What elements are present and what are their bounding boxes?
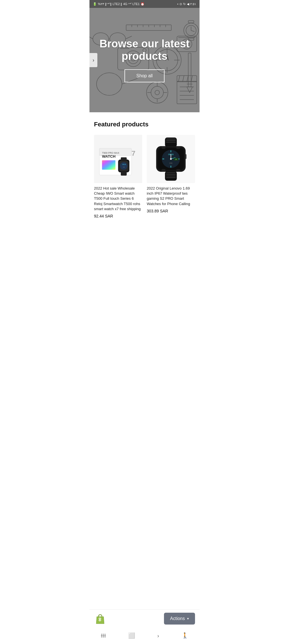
battery-icon: 🔋 — [93, 2, 97, 6]
main-content: Featured products T900 PRO MAX WATCH — [89, 112, 200, 258]
svg-rect-98 — [185, 154, 187, 159]
product-card[interactable]: 28 096 08:28 — [147, 135, 195, 218]
product-image-1: T900 PRO MAX WATCH — [94, 135, 142, 183]
product-name-2: 2022 Original Lenovo 1.69 inch IP67 Wate… — [147, 186, 195, 206]
svg-text:7: 7 — [132, 150, 135, 157]
hero-title: Browse our latest products — [95, 38, 194, 62]
shop-all-button[interactable]: Shop all — [124, 69, 165, 82]
hero-prev-arrow[interactable]: › — [89, 53, 97, 67]
hero-banner: › Browse our latest products Shop all — [89, 8, 200, 112]
svg-rect-71 — [121, 172, 127, 175]
svg-text:08:28: 08:28 — [122, 164, 126, 165]
svg-text:28: 28 — [175, 159, 177, 160]
sync-icon: ↻ — [183, 2, 186, 6]
signal-text: %٢٣ ‖ᵛᵒˡ‖ LTE2 ‖ 4G ᵛᵒˡ LTE1 ⏰ — [98, 2, 144, 6]
product-name-1: 2022 Hot sale Wholesale Cheap IWO Smart … — [94, 186, 142, 212]
svg-rect-76 — [166, 140, 176, 141]
svg-rect-96 — [166, 175, 176, 176]
svg-rect-95 — [166, 174, 176, 175]
svg-rect-70 — [121, 157, 127, 160]
svg-rect-101 — [161, 169, 165, 172]
svg-text:WATCH: WATCH — [102, 154, 116, 159]
product-price-2: 303.89 SAR — [147, 209, 195, 213]
svg-text:096: 096 — [169, 162, 172, 164]
status-bar: 🔋 %٢٣ ‖ᵛᵒˡ‖ LTE2 ‖ 4G ᵛᵒˡ LTE1 ⏰ • ⊙ ↻ ◀… — [89, 0, 200, 8]
svg-rect-75 — [166, 139, 176, 139]
wifi-icon: ⊙ — [179, 2, 182, 6]
svg-rect-94 — [166, 172, 176, 173]
svg-rect-100 — [176, 146, 180, 149]
time-display: ٢:٥١ — [190, 2, 196, 6]
product-price-1: 92.44 SAR — [94, 214, 142, 218]
dot-icon: • — [177, 2, 178, 6]
product-image-wrap: 28 096 08:28 — [147, 135, 195, 183]
svg-rect-99 — [161, 146, 165, 149]
status-left: 🔋 %٢٣ ‖ᵛᵒˡ‖ LTE2 ‖ 4G ᵛᵒˡ LTE1 ⏰ — [93, 2, 144, 6]
svg-text:096: 096 — [123, 167, 125, 168]
product-image-2: 28 096 08:28 — [147, 135, 195, 183]
svg-rect-97 — [166, 177, 176, 178]
svg-text:T900 PRO MAX: T900 PRO MAX — [102, 151, 120, 154]
send-icon: ◀ — [187, 2, 189, 6]
chevron-right-icon: › — [93, 57, 94, 63]
svg-point-88 — [170, 158, 172, 160]
svg-rect-77 — [166, 142, 176, 143]
status-right: • ⊙ ↻ ◀ ٢:٥١ — [177, 2, 196, 6]
products-grid: T900 PRO MAX WATCH — [94, 135, 195, 218]
hero-content: Browse our latest products Shop all — [89, 32, 200, 88]
product-image-wrap: T900 PRO MAX WATCH — [94, 135, 142, 183]
featured-products-title: Featured products — [94, 121, 195, 128]
bottom-spacer — [94, 218, 195, 252]
svg-text:08:28: 08:28 — [168, 153, 174, 156]
svg-rect-64 — [102, 160, 116, 170]
svg-point-67 — [120, 162, 128, 170]
svg-rect-102 — [176, 169, 180, 172]
product-card[interactable]: T900 PRO MAX WATCH — [94, 135, 142, 218]
